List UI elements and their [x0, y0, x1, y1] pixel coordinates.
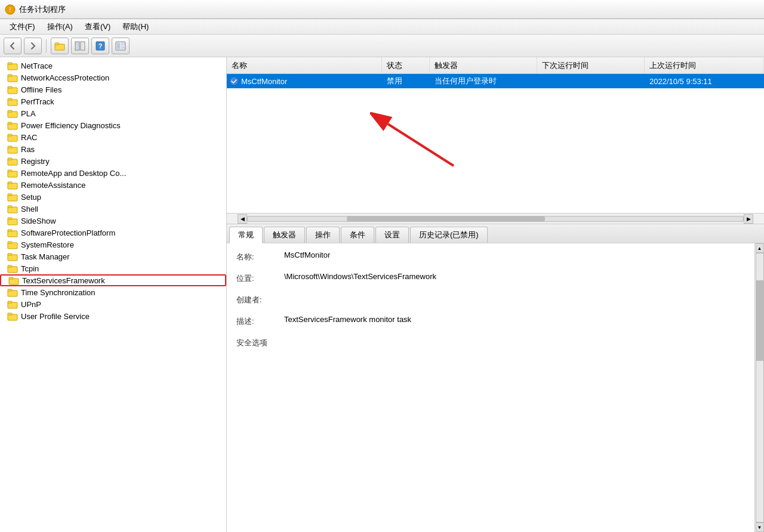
tab-general[interactable]: 常规: [229, 227, 263, 243]
svg-rect-46: [8, 253, 12, 255]
svg-rect-20: [8, 98, 12, 100]
tree-item[interactable]: Registry: [0, 155, 226, 167]
tab-history[interactable]: 历史记录(已禁用): [410, 227, 488, 243]
tree-item-label: Power Efficiency Diagnostics: [21, 121, 121, 130]
app-icon: !: [5, 4, 16, 15]
task-trigger: 当任何用户登录时: [430, 75, 537, 88]
col-header-next[interactable]: 下次运行时间: [537, 57, 645, 73]
tree-item[interactable]: Task Manager: [0, 250, 226, 262]
folder-icon: [7, 61, 18, 70]
table-row[interactable]: MsCtfMonitor 禁用 当任何用户登录时 2022/10/5 9:53:…: [227, 74, 764, 88]
tree-item[interactable]: NetworkAccessProtection: [0, 72, 226, 83]
task-status: 禁用: [382, 75, 430, 88]
svg-rect-24: [8, 122, 12, 124]
tree-item[interactable]: RAC: [0, 131, 226, 143]
tree-item-label: RemoteApp and Desktop Co...: [21, 169, 126, 178]
tree-view[interactable]: NetTrace NetworkAccessProtection Offline…: [0, 57, 226, 532]
h-scroll-left[interactable]: ◀: [238, 214, 247, 224]
label-description: 描述:: [236, 315, 284, 327]
toolbar-sep-1: [46, 39, 47, 52]
folder-icon: [7, 156, 18, 166]
tree-item-label: Task Manager: [21, 252, 70, 261]
tree-item[interactable]: PerfTrack: [0, 95, 226, 107]
tree-item[interactable]: Ras: [0, 143, 226, 155]
tab-conditions[interactable]: 条件: [341, 227, 374, 243]
task-next: [537, 80, 645, 82]
folder-icon: [7, 264, 18, 273]
svg-rect-6: [81, 42, 85, 50]
h-scroll-track[interactable]: [247, 216, 744, 222]
tab-actions[interactable]: 操作: [306, 227, 340, 243]
col-header-name[interactable]: 名称: [227, 57, 382, 73]
left-panel: NetTrace NetworkAccessProtection Offline…: [0, 57, 227, 532]
menu-file[interactable]: 文件(F): [5, 20, 40, 33]
help-button[interactable]: ?: [91, 38, 109, 54]
svg-rect-50: [9, 277, 13, 279]
tree-item[interactable]: NetTrace: [0, 60, 226, 72]
tab-settings[interactable]: 设置: [375, 227, 409, 243]
tree-item[interactable]: Offline Files: [0, 83, 226, 95]
tree-item-label: Offline Files: [21, 85, 61, 94]
tree-item-label: SoftwareProtectionPlatform: [21, 228, 115, 237]
tree-item[interactable]: RemoteApp and Desktop Co...: [0, 167, 226, 179]
col-header-status[interactable]: 状态: [382, 57, 430, 73]
tree-item[interactable]: SoftwareProtectionPlatform: [0, 227, 226, 239]
tree-item[interactable]: PLA: [0, 107, 226, 119]
tree-item-label: PerfTrack: [21, 97, 54, 106]
tree-item[interactable]: Shell: [0, 203, 226, 215]
h-scroll-area: ◀ ▶: [227, 213, 764, 224]
forward-button[interactable]: [24, 38, 42, 54]
tree-item[interactable]: Tcpin: [0, 262, 226, 274]
tree-item[interactable]: Time Synchronization: [0, 286, 226, 298]
folder-icon: [7, 85, 18, 94]
panel-button[interactable]: [71, 38, 89, 54]
folder-icon: [7, 132, 18, 142]
tree-item[interactable]: TextServicesFramework: [0, 274, 226, 286]
h-scroll-thumb: [347, 216, 545, 221]
col-header-trigger[interactable]: 触发器: [430, 57, 537, 73]
v-scroll-track[interactable]: [756, 253, 764, 522]
tree-item-label: NetworkAccessProtection: [21, 73, 109, 82]
menu-action[interactable]: 操作(A): [42, 20, 78, 33]
tree-item-label: RAC: [21, 133, 37, 142]
menu-view[interactable]: 查看(V): [80, 20, 115, 33]
svg-rect-34: [8, 182, 12, 184]
tree-item[interactable]: SideShow: [0, 215, 226, 227]
menu-bar: 文件(F) 操作(A) 查看(V) 帮助(H): [0, 19, 764, 35]
tree-item[interactable]: SystemRestore: [0, 239, 226, 250]
tree-item-label: SystemRestore: [21, 240, 74, 249]
v-scroll-thumb: [756, 280, 763, 361]
tree-item[interactable]: Power Efficiency Diagnostics: [0, 119, 226, 131]
col-header-last[interactable]: 上次运行时间: [645, 57, 764, 73]
svg-rect-4: [54, 44, 57, 44]
v-scroll-down[interactable]: ▼: [756, 522, 764, 532]
v-scroll-up[interactable]: ▲: [756, 243, 764, 253]
svg-rect-10: [117, 43, 120, 49]
svg-text:?: ?: [98, 42, 103, 50]
folder-icon: [7, 204, 18, 214]
folder-icon: [8, 276, 19, 285]
h-scroll-right[interactable]: ▶: [744, 214, 753, 224]
folder-icon: [7, 168, 18, 178]
svg-rect-32: [8, 170, 12, 172]
table-body[interactable]: MsCtfMonitor 禁用 当任何用户登录时 2022/10/5 9:53:…: [227, 74, 764, 213]
detail-content: 名称: MsCtfMonitor 位置: \Microsoft\Windows\…: [227, 243, 764, 532]
folder-icon: [7, 97, 18, 106]
svg-rect-30: [8, 158, 12, 160]
console-button[interactable]: [112, 38, 130, 54]
tree-item[interactable]: UPnP: [0, 298, 226, 310]
folder-icon: [7, 240, 18, 249]
tab-triggers[interactable]: 触发器: [264, 227, 305, 243]
folder-icon: [7, 299, 18, 309]
form-row-security: 安全选项: [236, 336, 745, 348]
folder-button[interactable]: [51, 38, 69, 54]
menu-help[interactable]: 帮助(H): [118, 20, 153, 33]
task-icon: [229, 76, 239, 86]
tree-item-label: RemoteAssistance: [21, 181, 85, 190]
tree-item[interactable]: Setup: [0, 191, 226, 203]
detail-form: 名称: MsCtfMonitor 位置: \Microsoft\Windows\…: [227, 243, 754, 532]
back-button[interactable]: [4, 38, 21, 54]
tree-item[interactable]: RemoteAssistance: [0, 179, 226, 191]
tree-item[interactable]: User Profile Service: [0, 310, 226, 322]
svg-rect-36: [8, 194, 12, 196]
